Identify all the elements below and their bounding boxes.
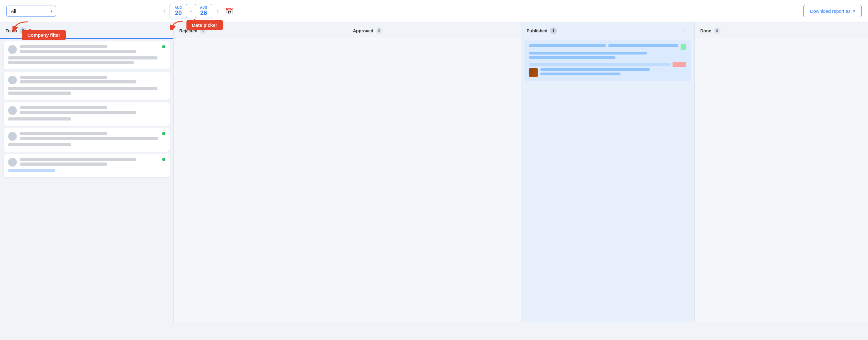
column-todo: To do 9 xyxy=(0,23,174,322)
pub-avatar-row xyxy=(529,68,686,77)
date-separator: - xyxy=(190,8,192,14)
pub-line xyxy=(540,73,620,75)
column-published-menu-button[interactable]: ⋮ xyxy=(681,27,689,34)
download-report-button[interactable]: Download report as ▾ xyxy=(803,5,862,17)
card-line xyxy=(20,132,107,135)
column-approved-header: Approved 0 ⋮ xyxy=(347,23,521,38)
column-rejected-body xyxy=(174,38,347,322)
pub-card-lines xyxy=(529,44,686,60)
card-line xyxy=(8,143,71,146)
download-report-label: Download report as xyxy=(810,8,850,14)
published-card-1[interactable] xyxy=(525,40,691,81)
todo-card-2[interactable] xyxy=(4,72,169,100)
card-line xyxy=(20,50,136,53)
pub-top-row xyxy=(529,44,686,50)
card-row xyxy=(8,158,165,167)
card-line xyxy=(8,117,71,121)
top-bar: All ▾ Company filter ‹ AUG 20 xyxy=(0,0,868,23)
card-line xyxy=(8,92,71,95)
pub-avatar xyxy=(529,68,538,77)
column-approved: Approved 0 ⋮ xyxy=(347,23,521,322)
date-next-button[interactable]: › xyxy=(214,6,221,15)
pub-line xyxy=(608,44,678,47)
column-done-body xyxy=(695,38,868,322)
status-dot-green xyxy=(162,45,165,48)
card-tag xyxy=(8,169,55,172)
todo-card-4[interactable] xyxy=(4,128,169,151)
column-published-badge: 1 xyxy=(550,27,557,34)
pub-status-icon xyxy=(681,44,686,50)
date-navigation: ‹ AUG 20 - AUG 26 › 📅 Date picker xyxy=(161,4,236,19)
column-done-title: Done xyxy=(700,28,711,33)
card-line xyxy=(20,76,107,79)
avatar xyxy=(8,76,17,84)
company-filter-tooltip-text: Company filter xyxy=(27,32,60,38)
pub-line xyxy=(529,63,671,66)
card-line xyxy=(8,87,157,90)
card-line xyxy=(20,111,136,114)
pub-card-middle xyxy=(529,63,686,66)
date-end-day: 26 xyxy=(199,9,208,16)
status-dot-green xyxy=(162,132,165,135)
company-filter-tooltip-wrapper: Company filter xyxy=(12,21,66,40)
date-picker-tooltip-text: Date picker xyxy=(192,23,217,28)
pub-card-header xyxy=(529,44,686,60)
card-row xyxy=(8,45,165,55)
pub-line xyxy=(529,52,647,55)
column-approved-badge: 0 xyxy=(376,27,382,34)
card-line xyxy=(8,56,157,60)
column-todo-body xyxy=(0,38,173,322)
avatar xyxy=(8,45,17,54)
avatar xyxy=(8,106,17,115)
pub-line xyxy=(540,68,650,71)
column-published: Published 1 ⋮ xyxy=(521,23,695,322)
card-row xyxy=(8,76,165,85)
todo-card-5[interactable] xyxy=(4,154,169,177)
todo-card-3[interactable] xyxy=(4,102,169,126)
date-picker-tooltip-box: Date picker xyxy=(186,20,223,30)
card-tags xyxy=(8,169,165,173)
column-published-header: Published 1 ⋮ xyxy=(521,23,694,38)
card-line xyxy=(20,45,107,48)
date-end-button[interactable]: AUG 26 xyxy=(195,4,212,19)
date-start-month: AUG xyxy=(174,6,182,9)
column-published-title: Published xyxy=(527,28,548,33)
date-picker-tooltip-wrapper: Date picker xyxy=(170,20,223,30)
date-start-button[interactable]: AUG 20 xyxy=(169,4,187,19)
column-done: Done 0 xyxy=(695,23,868,322)
column-approved-title: Approved xyxy=(353,28,373,33)
card-line xyxy=(8,61,134,64)
download-chevron-icon: ▾ xyxy=(853,9,855,13)
card-text xyxy=(20,106,165,115)
column-done-badge: 0 xyxy=(714,27,720,34)
card-text xyxy=(20,132,165,141)
column-published-body xyxy=(521,38,694,322)
pub-line xyxy=(529,44,606,47)
card-line xyxy=(20,158,136,161)
card-line xyxy=(20,106,107,109)
card-line xyxy=(20,80,136,83)
card-text xyxy=(20,45,165,55)
company-filter-wrapper: All ▾ Company filter xyxy=(6,6,56,16)
status-dot-green xyxy=(162,158,165,161)
date-prev-button[interactable]: ‹ xyxy=(161,6,168,15)
card-line xyxy=(20,137,158,140)
pub-avatar-text xyxy=(540,68,686,77)
card-text xyxy=(20,158,165,167)
avatar xyxy=(8,132,17,141)
date-tooltip-arrow-svg xyxy=(170,20,185,30)
card-row xyxy=(8,106,165,115)
card-line xyxy=(20,163,107,166)
card-text xyxy=(20,76,165,85)
column-rejected: Rejected 0 xyxy=(174,23,347,322)
card-row xyxy=(8,132,165,141)
date-end-month: AUG xyxy=(199,6,208,9)
company-filter-tooltip-box: Company filter xyxy=(22,30,66,40)
column-approved-menu-button[interactable]: ⋮ xyxy=(507,27,515,34)
calendar-icon-button[interactable]: 📅 xyxy=(223,6,236,16)
pub-pink-tag xyxy=(673,62,686,67)
column-approved-body xyxy=(347,38,521,322)
pub-line xyxy=(529,56,616,59)
company-filter-select[interactable]: All xyxy=(6,6,56,16)
todo-card-1[interactable] xyxy=(4,41,169,69)
